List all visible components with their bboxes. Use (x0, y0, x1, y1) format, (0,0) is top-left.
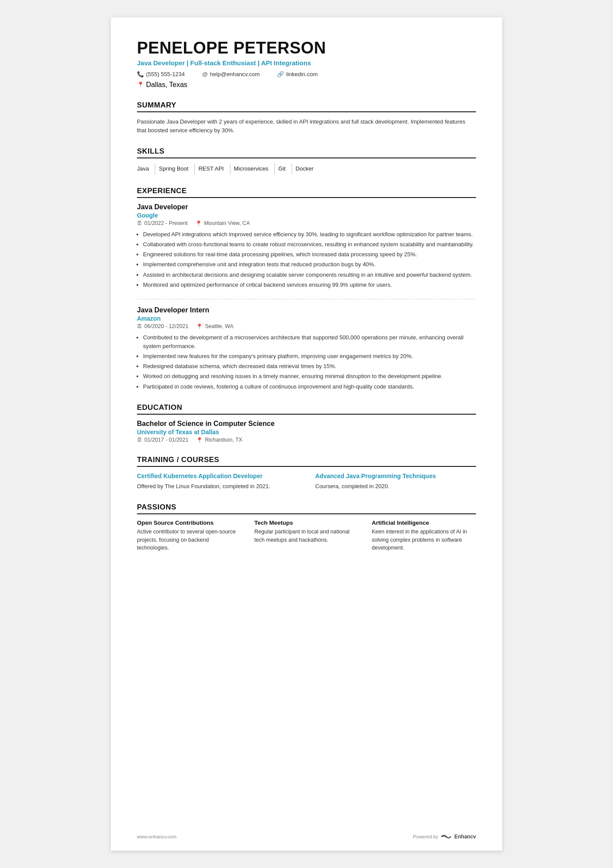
list-item: Contributed to the development of a micr… (143, 333, 476, 351)
training-1-title: Certified Kubernetes Application Develop… (137, 472, 298, 481)
job-1-date: 🗓 01/2022 - Present (137, 220, 187, 226)
calendar-icon-3: 🗓 (137, 437, 143, 443)
passion-3-desc: Keen interest in the applications of AI … (372, 528, 476, 552)
skill-tag: Java (137, 164, 155, 174)
skills-section: SKILLS JavaSpring BootREST APIMicroservi… (137, 147, 476, 174)
list-item: Worked on debugging and resolving issues… (143, 372, 476, 381)
skill-tag: Docker (296, 164, 320, 174)
skills-list: JavaSpring BootREST APIMicroservicesGitD… (137, 164, 476, 174)
location-contact: 📍 Dallas, Texas (137, 81, 459, 89)
experience-section: EXPERIENCE Java Developer Google 🗓 01/20… (137, 187, 476, 391)
page-footer: www.enhancv.com Powered by Enhancv (137, 833, 476, 840)
passion-3-title: Artificial Intelligence (372, 519, 476, 526)
passion-2-desc: Regular participant in local and nationa… (254, 528, 359, 544)
contact-row: 📞 (555) 555-1234 @ help@enhancv.com 🔗 li… (137, 71, 476, 79)
training-heading: TRAINING / COURSES (137, 456, 476, 467)
location-text: Dallas, Texas (146, 81, 187, 89)
enhancv-logo: Enhancv (441, 833, 476, 840)
job-2-company: Amazon (137, 315, 476, 322)
footer-powered: Powered by Enhancv (413, 833, 476, 840)
list-item: Participated in code reviews, fostering … (143, 382, 476, 391)
training-1-desc: Offered by The Linux Foundation, complet… (137, 482, 298, 491)
job-2-date: 🗓 06/2020 - 12/2021 (137, 323, 188, 329)
skill-tag: Microservices (234, 164, 275, 174)
job-2-title: Java Developer Intern (137, 306, 476, 314)
edu-1-date: 🗓 01/2017 - 01/2021 (137, 437, 188, 443)
passion-1-title: Open Source Contributions (137, 519, 241, 526)
list-item: Assisted in architectural decisions and … (143, 271, 476, 279)
header: PENELOPE PETERSON Java Developer | Full-… (137, 39, 476, 89)
calendar-icon-2: 🗓 (137, 323, 143, 329)
list-item: Redesigned database schema, which decrea… (143, 362, 476, 371)
phone-number: (555) 555-1234 (146, 71, 185, 77)
job-2-meta: 🗓 06/2020 - 12/2021 📍 Seattle, WA (137, 323, 476, 330)
job-1-title: Java Developer (137, 203, 476, 211)
edu-1-school: University of Texas at Dallas (137, 429, 476, 436)
list-item: Collaborated with cross-functional teams… (143, 240, 476, 249)
list-item: Monitored and optimized performance of c… (143, 281, 476, 289)
summary-section: SUMMARY Passionate Java Developer with 2… (137, 101, 476, 135)
resume-page: PENELOPE PETERSON Java Developer | Full-… (111, 17, 502, 851)
training-grid: Certified Kubernetes Application Develop… (137, 472, 476, 491)
training-1: Certified Kubernetes Application Develop… (137, 472, 298, 491)
edu-1-location: 📍 Richardson, TX (196, 437, 242, 443)
skills-heading: SKILLS (137, 147, 476, 158)
svg-point-0 (445, 836, 447, 838)
passion-2: Tech Meetups Regular participant in loca… (254, 519, 359, 552)
job-2-bullets: Contributed to the development of a micr… (137, 333, 476, 391)
training-2: Advanced Java Programming Techniques Cou… (315, 472, 476, 491)
skill-tag: REST API (198, 164, 230, 174)
edu-1-meta: 🗓 01/2017 - 01/2021 📍 Richardson, TX (137, 437, 476, 443)
full-name: PENELOPE PETERSON (137, 39, 476, 57)
list-item: Developed API integrations which improve… (143, 230, 476, 239)
pin-icon-2: 📍 (196, 323, 203, 330)
job-title: Java Developer | Full-stack Enthusiast |… (137, 59, 476, 67)
email-contact: @ help@enhancv.com (202, 71, 260, 77)
passions-grid: Open Source Contributions Active contrib… (137, 519, 476, 552)
skill-tag: Git (278, 164, 292, 174)
list-item: Implemented new features for the company… (143, 352, 476, 361)
skill-tag: Spring Boot (159, 164, 195, 174)
job-1-location: 📍 Mountain View, CA (195, 220, 250, 227)
job-2: Java Developer Intern Amazon 🗓 06/2020 -… (137, 306, 476, 391)
phone-contact: 📞 (555) 555-1234 (137, 71, 185, 77)
training-2-desc: Coursera, completed in 2020. (315, 482, 476, 491)
linkedin-url: linkedin.com (286, 71, 317, 77)
passion-3: Artificial Intelligence Keen interest in… (372, 519, 476, 552)
job-separator (137, 299, 476, 299)
passion-2-title: Tech Meetups (254, 519, 359, 526)
passion-1-desc: Active contributor to several open-sourc… (137, 528, 241, 552)
pin-icon-3: 📍 (196, 437, 203, 443)
pin-icon: 📍 (195, 220, 202, 227)
education-section: EDUCATION Bachelor of Science in Compute… (137, 403, 476, 443)
job-2-location: 📍 Seattle, WA (196, 323, 233, 330)
edu-1: Bachelor of Science in Computer Science … (137, 420, 476, 443)
job-1-company: Google (137, 212, 476, 219)
edu-1-degree: Bachelor of Science in Computer Science (137, 420, 476, 428)
footer-url: www.enhancv.com (137, 834, 177, 839)
passion-1: Open Source Contributions Active contrib… (137, 519, 241, 552)
list-item: Engineered solutions for real-time data … (143, 250, 476, 259)
experience-heading: EXPERIENCE (137, 187, 476, 198)
calendar-icon: 🗓 (137, 220, 143, 226)
powered-by-label: Powered by (413, 834, 438, 839)
summary-text: Passionate Java Developer with 2 years o… (137, 117, 476, 135)
list-item: Implemented comprehensive unit and integ… (143, 260, 476, 269)
linkedin-contact: 🔗 linkedin.com (277, 71, 317, 77)
enhancv-logo-svg (441, 833, 453, 840)
link-icon: 🔗 (277, 71, 284, 77)
passions-section: PASSIONS Open Source Contributions Activ… (137, 503, 476, 552)
phone-icon: 📞 (137, 71, 144, 77)
job-1: Java Developer Google 🗓 01/2022 - Presen… (137, 203, 476, 289)
education-heading: EDUCATION (137, 403, 476, 415)
summary-heading: SUMMARY (137, 101, 476, 112)
training-2-title: Advanced Java Programming Techniques (315, 472, 476, 481)
email-address: help@enhancv.com (210, 71, 260, 77)
email-icon: @ (202, 71, 208, 77)
job-1-meta: 🗓 01/2022 - Present 📍 Mountain View, CA (137, 220, 476, 227)
passions-heading: PASSIONS (137, 503, 476, 514)
enhancv-brand: Enhancv (454, 834, 476, 840)
job-1-bullets: Developed API integrations which improve… (137, 230, 476, 289)
training-section: TRAINING / COURSES Certified Kubernetes … (137, 456, 476, 491)
location-icon: 📍 (137, 81, 144, 88)
